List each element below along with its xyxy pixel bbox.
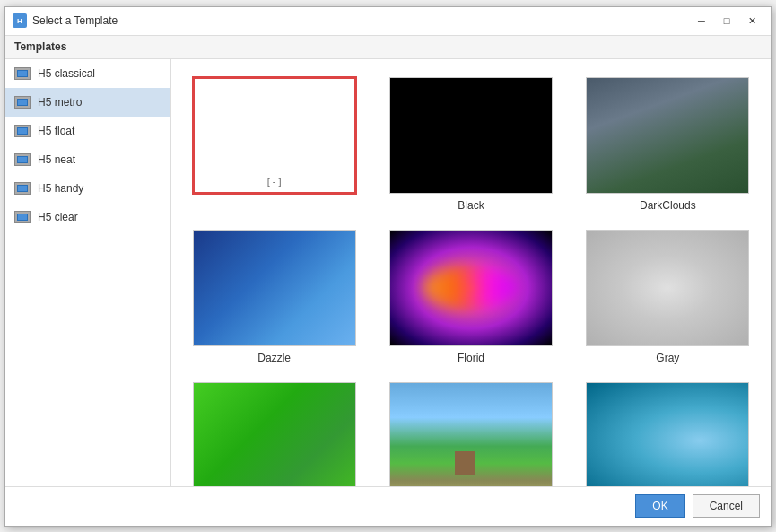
thumb-visual-green: [194, 383, 355, 486]
template-label-black: Black: [458, 199, 484, 212]
template-item-darkclouds[interactable]: DarkClouds: [583, 77, 753, 212]
main-content: BlackDarkCloudsDazzleFloridGrayGreenLand…: [171, 59, 771, 486]
template-item-green[interactable]: Green: [189, 382, 359, 486]
sidebar-item-label: H5 handy: [38, 182, 83, 195]
template-icon: [14, 96, 31, 109]
template-item-landscape[interactable]: LandScape: [386, 382, 555, 486]
template-item-florid[interactable]: Florid: [386, 230, 555, 364]
sidebar-item-label: H5 metro: [38, 96, 82, 109]
sidebar-item-h5metro[interactable]: H5 metro: [5, 88, 170, 117]
template-grid[interactable]: BlackDarkCloudsDazzleFloridGrayGreenLand…: [171, 59, 771, 486]
window-title: Select a Template: [32, 14, 690, 27]
template-label-gray: Gray: [656, 352, 679, 364]
sidebar-item-h5clear[interactable]: H5 clear: [5, 203, 170, 231]
content-area: H5 classicalH5 metroH5 floatH5 neatH5 ha…: [5, 59, 771, 486]
template-thumb-florid: [389, 230, 553, 346]
thumb-visual-blank: [195, 79, 354, 192]
template-item-black[interactable]: Black: [386, 77, 555, 212]
minimize-button[interactable]: ─: [690, 12, 713, 30]
thumb-visual-dazzle: [194, 231, 355, 345]
template-icon: [14, 153, 31, 166]
template-label-darkclouds: DarkClouds: [640, 199, 696, 212]
template-thumb-black: [389, 77, 553, 194]
thumb-visual-black: [390, 78, 552, 193]
title-bar: H Select a Template ─ □ ✕: [5, 7, 771, 36]
template-thumb-landscape: [389, 382, 553, 486]
template-thumb-dazzle: [193, 230, 356, 346]
maximize-button[interactable]: □: [715, 12, 738, 30]
sidebar-item-h5float[interactable]: H5 float: [5, 117, 170, 145]
sidebar-item-h5neat[interactable]: H5 neat: [5, 145, 170, 174]
template-label-dazzle: Dazzle: [257, 352, 291, 364]
template-icon: [14, 125, 31, 137]
app-icon: H: [13, 13, 27, 28]
sidebar-item-label: H5 float: [38, 125, 74, 137]
template-icon: [14, 182, 31, 195]
template-thumb-neatblue: [586, 382, 749, 486]
template-icon: [14, 67, 31, 80]
template-thumb-blank: [193, 77, 356, 194]
template-item-neatblue[interactable]: Neat-Blue: [583, 382, 753, 486]
section-header: Templates: [5, 36, 771, 59]
template-thumb-darkclouds: [586, 77, 749, 194]
template-icon: [14, 211, 31, 223]
footer: OK Cancel: [5, 486, 771, 526]
close-button[interactable]: ✕: [740, 12, 763, 30]
template-label-florid: Florid: [458, 352, 484, 364]
template-item-dazzle[interactable]: Dazzle: [189, 230, 359, 364]
select-template-dialog: H Select a Template ─ □ ✕ Templates H5 c…: [4, 6, 772, 527]
sidebar-item-label: H5 neat: [38, 153, 75, 166]
template-item-gray[interactable]: Gray: [583, 230, 753, 364]
thumb-visual-darkclouds: [587, 78, 748, 193]
thumb-visual-neatblue: [587, 383, 748, 486]
window-controls: ─ □ ✕: [690, 12, 763, 30]
sidebar-item-h5handy[interactable]: H5 handy: [5, 174, 170, 203]
ok-button[interactable]: OK: [635, 494, 684, 518]
template-thumb-green: [193, 382, 356, 486]
thumb-visual-gray: [587, 231, 748, 345]
thumb-visual-landscape: [390, 383, 552, 486]
sidebar-item-label: H5 clear: [38, 211, 78, 223]
template-thumb-gray: [586, 230, 749, 346]
sidebar: H5 classicalH5 metroH5 floatH5 neatH5 ha…: [5, 59, 171, 486]
template-item-blank[interactable]: [189, 77, 359, 212]
thumb-visual-florid: [390, 231, 552, 345]
sidebar-item-label: H5 classical: [38, 67, 95, 80]
cancel-button[interactable]: Cancel: [693, 494, 760, 518]
sidebar-item-h5classical[interactable]: H5 classical: [5, 59, 170, 88]
